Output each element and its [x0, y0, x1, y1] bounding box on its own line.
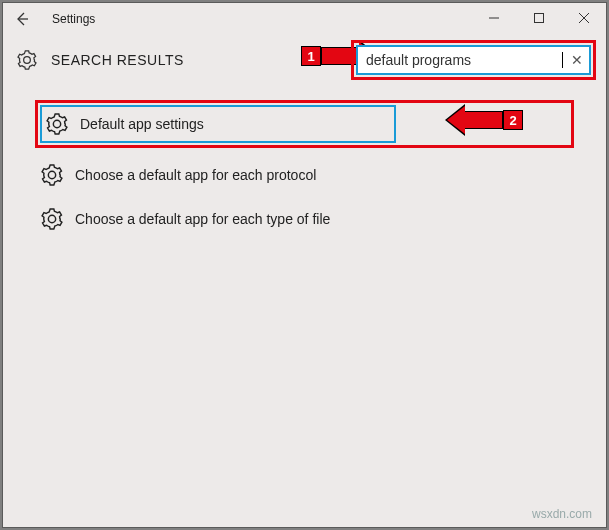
result-label: Default app settings — [80, 116, 204, 132]
maximize-icon — [534, 13, 544, 23]
gear-icon — [17, 50, 37, 70]
annotation-num-2: 2 — [503, 110, 523, 130]
watermark: wsxdn.com — [532, 507, 592, 521]
arrow-left-icon — [13, 10, 31, 28]
result-item-protocol[interactable]: Choose a default app for each protocol — [35, 156, 574, 194]
results-list: Default app settings 2 Choose a default … — [3, 86, 606, 238]
annotation-2: 2 — [445, 104, 523, 136]
search-highlight: ✕ — [351, 40, 596, 80]
clear-search-icon[interactable]: ✕ — [571, 52, 583, 68]
search-input[interactable] — [366, 52, 561, 68]
svg-rect-2 — [534, 14, 543, 23]
window-controls — [471, 3, 606, 34]
close-button[interactable] — [561, 3, 606, 33]
page-title: SEARCH RESULTS — [51, 52, 184, 68]
result-row-0: Default app settings 2 — [35, 100, 574, 148]
result-label: Choose a default app for each type of fi… — [75, 211, 330, 227]
result-item-default-app-settings[interactable]: Default app settings — [40, 105, 396, 143]
gear-icon — [46, 113, 68, 135]
result-label: Choose a default app for each protocol — [75, 167, 316, 183]
annotation-num-1: 1 — [301, 46, 321, 66]
settings-window: Settings SEARCH RESULTS 1 — [2, 2, 607, 528]
header-row: SEARCH RESULTS 1 ✕ — [3, 34, 606, 86]
back-button[interactable] — [10, 7, 34, 31]
result-item-filetype[interactable]: Choose a default app for each type of fi… — [35, 200, 574, 238]
maximize-button[interactable] — [516, 3, 561, 33]
search-box[interactable]: ✕ — [356, 45, 591, 75]
minimize-icon — [489, 13, 499, 23]
gear-icon — [41, 164, 63, 186]
window-title: Settings — [52, 12, 95, 26]
titlebar: Settings — [3, 3, 606, 34]
close-icon — [579, 13, 589, 23]
gear-icon — [41, 208, 63, 230]
minimize-button[interactable] — [471, 3, 516, 33]
